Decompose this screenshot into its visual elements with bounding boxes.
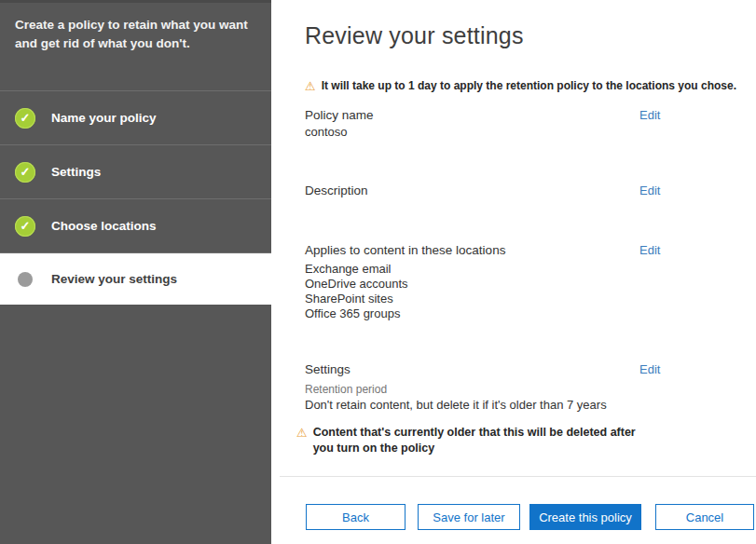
location-item: SharePoint sites bbox=[305, 292, 408, 306]
settings-label: Settings bbox=[305, 362, 351, 376]
retention-period-value: Don't retain content, but delete it if i… bbox=[305, 398, 607, 412]
edit-locations-link[interactable]: Edit bbox=[639, 243, 660, 257]
delete-older-content-warning: ⚠ Content that's currently older that th… bbox=[296, 425, 656, 456]
check-icon: ✓ bbox=[15, 216, 35, 237]
wizard-sidebar: Create a policy to retain what you want … bbox=[0, 0, 271, 544]
current-step-dot-icon bbox=[18, 272, 33, 287]
locations-list: Exchange email OneDrive accounts SharePo… bbox=[305, 262, 408, 321]
warning-text: Content that's currently older that this… bbox=[313, 425, 656, 456]
sidebar-item-choose-locations[interactable]: ✓ Choose locations bbox=[0, 198, 271, 252]
location-item: Office 365 groups bbox=[305, 306, 408, 321]
step-label: Settings bbox=[51, 165, 101, 179]
step-label: Name your policy bbox=[51, 111, 157, 125]
location-item: OneDrive accounts bbox=[305, 277, 408, 292]
create-policy-button[interactable]: Create this policy bbox=[529, 504, 641, 530]
policy-name-label: Policy name bbox=[305, 108, 374, 122]
check-icon: ✓ bbox=[15, 162, 35, 183]
page-title: Review your settings bbox=[305, 22, 524, 49]
cancel-button[interactable]: Cancel bbox=[655, 504, 754, 530]
sidebar-item-settings[interactable]: ✓ Settings bbox=[0, 144, 271, 198]
footer-divider bbox=[280, 476, 756, 477]
warning-text: It will take up to 1 day to apply the re… bbox=[322, 79, 736, 93]
sidebar-item-review-your-settings[interactable]: Review your settings bbox=[0, 252, 271, 305]
save-for-later-button[interactable]: Save for later bbox=[418, 504, 520, 530]
edit-policy-name-link[interactable]: Edit bbox=[639, 108, 660, 122]
location-item: Exchange email bbox=[305, 262, 408, 277]
policy-name-value: contoso bbox=[305, 125, 348, 139]
review-settings-pane: Review your settings ⚠ It will take up t… bbox=[271, 0, 756, 544]
check-icon: ✓ bbox=[15, 108, 35, 129]
step-label: Choose locations bbox=[51, 219, 157, 233]
warning-icon: ⚠ bbox=[305, 79, 316, 93]
wizard-intro-text: Create a policy to retain what you want … bbox=[0, 3, 271, 90]
locations-label: Applies to content in these locations bbox=[305, 243, 505, 257]
apply-delay-warning: ⚠ It will take up to 1 day to apply the … bbox=[305, 79, 736, 93]
step-label: Review your settings bbox=[51, 272, 177, 286]
edit-settings-link[interactable]: Edit bbox=[639, 362, 660, 376]
sidebar-item-name-your-policy[interactable]: ✓ Name your policy bbox=[0, 90, 271, 144]
back-button[interactable]: Back bbox=[306, 504, 405, 530]
description-label: Description bbox=[305, 184, 368, 197]
edit-description-link[interactable]: Edit bbox=[639, 184, 660, 197]
warning-icon: ⚠ bbox=[296, 425, 308, 456]
retention-period-label: Retention period bbox=[305, 383, 387, 396]
